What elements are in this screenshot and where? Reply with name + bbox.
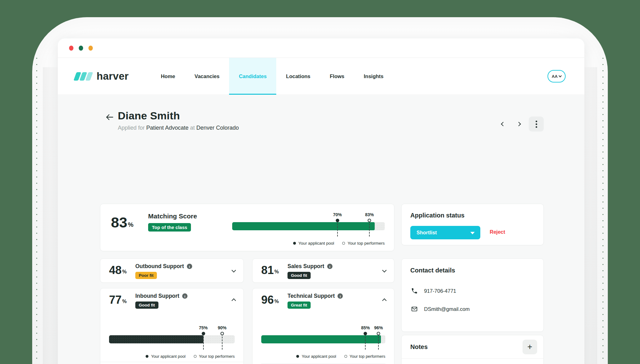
hide-breakdown-button[interactable]: Hide breakdown bbox=[100, 362, 243, 364]
score-track bbox=[109, 335, 235, 343]
notes-header: Notes + bbox=[402, 335, 543, 359]
vacancy-name: Patient Advocate bbox=[146, 125, 188, 131]
application-status-card: Application status Shortlist Reject bbox=[401, 204, 544, 245]
browser-window: harver Home Vacancies Candidates Locatio… bbox=[58, 38, 584, 364]
chevron-down-icon bbox=[559, 74, 562, 77]
chevron-down-icon bbox=[382, 268, 387, 272]
matching-score-badge: Top of the class bbox=[148, 223, 191, 232]
info-icon[interactable]: i bbox=[187, 264, 192, 269]
bar-legend: Your applicant pool Your top performers bbox=[146, 354, 235, 359]
technical-collapse-button[interactable] bbox=[383, 298, 386, 303]
marker-label: 90% bbox=[218, 325, 227, 330]
top-navbar: harver Home Vacancies Candidates Locatio… bbox=[58, 58, 584, 95]
nav-tab-insights[interactable]: Insights bbox=[354, 58, 393, 95]
chevron-up-icon bbox=[382, 298, 387, 303]
status-selected-value: Shortlist bbox=[417, 230, 437, 235]
previous-candidate-button[interactable] bbox=[498, 118, 509, 130]
open-dot-icon bbox=[344, 355, 347, 358]
info-icon[interactable]: i bbox=[338, 293, 343, 299]
matching-score-value: 83 % bbox=[111, 216, 133, 229]
chevron-right-icon bbox=[517, 122, 521, 126]
score-number: 77 bbox=[109, 295, 122, 305]
inbound-title: Inbound Support bbox=[135, 293, 179, 299]
nav-tab-flows[interactable]: Flows bbox=[320, 58, 354, 95]
matching-score-bar: 70% 83% Your applicant pool Your top per… bbox=[232, 212, 385, 247]
marker-line bbox=[369, 221, 370, 237]
open-dot-icon bbox=[194, 355, 197, 358]
marker-line bbox=[337, 221, 338, 237]
filled-dot-icon bbox=[293, 242, 296, 245]
add-note-button[interactable]: + bbox=[522, 340, 537, 354]
sales-expand-button[interactable] bbox=[383, 268, 386, 273]
inbound-score: 77 % bbox=[109, 295, 127, 305]
traffic-light-red[interactable] bbox=[69, 46, 73, 51]
score-track bbox=[261, 335, 385, 343]
percent-sign: % bbox=[274, 299, 279, 304]
nav-tab-locations[interactable]: Locations bbox=[276, 58, 320, 95]
open-dot-icon bbox=[342, 242, 345, 245]
more-options-button[interactable] bbox=[529, 117, 544, 132]
outbound-support-card: 48 % Outbound Support i Poor fit bbox=[100, 258, 244, 283]
bar-legend: Your applicant pool Your top performers bbox=[296, 354, 385, 359]
nav-tab-home[interactable]: Home bbox=[151, 58, 185, 95]
filled-dot-icon bbox=[336, 219, 339, 222]
kebab-icon bbox=[536, 121, 537, 122]
sales-score: 81 % bbox=[261, 265, 279, 275]
nav-tabs: Home Vacancies Candidates Locations Flow… bbox=[151, 58, 393, 95]
email-address: DSmith@gmail.com bbox=[424, 306, 470, 312]
sales-support-card: 81 % Sales Support i Good fit bbox=[252, 258, 394, 283]
marker-label: 70% bbox=[333, 212, 342, 217]
info-icon[interactable]: i bbox=[327, 264, 332, 269]
technical-fit-badge: Great fit bbox=[288, 302, 311, 309]
back-button[interactable] bbox=[105, 113, 114, 121]
vacancy-location: Denver Colorado bbox=[196, 125, 239, 131]
marker-line bbox=[365, 334, 366, 350]
open-dot-icon bbox=[220, 332, 224, 335]
page-header: Diane Smith Applied for Patient Advocate… bbox=[105, 110, 544, 131]
user-avatar-menu[interactable]: AA bbox=[548, 70, 566, 82]
header-controls bbox=[498, 117, 544, 132]
divider bbox=[261, 363, 385, 364]
next-candidate-button[interactable] bbox=[513, 118, 524, 130]
score-number: 48 bbox=[109, 265, 122, 275]
score-fill bbox=[109, 335, 203, 343]
dropdown-arrow-icon bbox=[470, 232, 475, 234]
legend-top-label: Your top performers bbox=[199, 354, 235, 359]
marker-line bbox=[378, 334, 379, 350]
marker-label: 83% bbox=[365, 212, 374, 217]
traffic-light-yellow[interactable] bbox=[88, 46, 93, 51]
legend-pool-label: Your applicant pool bbox=[302, 354, 336, 359]
sales-fit-badge: Good fit bbox=[288, 272, 311, 279]
status-dropdown[interactable]: Shortlist bbox=[410, 226, 480, 239]
harver-logo[interactable]: harver bbox=[75, 58, 129, 95]
phone-icon bbox=[411, 287, 418, 294]
contact-details-card: Contact details 917-706-4771 DSmith@gmai… bbox=[401, 258, 544, 332]
nav-tab-candidates[interactable]: Candidates bbox=[229, 58, 276, 95]
mail-icon bbox=[411, 306, 418, 312]
reject-button[interactable]: Reject bbox=[490, 229, 505, 235]
outbound-fit-badge: Poor fit bbox=[135, 272, 157, 279]
percent-sign: % bbox=[122, 299, 127, 304]
outbound-score: 48 % bbox=[109, 265, 127, 275]
marker-label: 96% bbox=[374, 325, 383, 330]
technical-bar: 85% 96% Your applicant pool Your top per… bbox=[261, 325, 385, 359]
notes-card: Notes + bbox=[401, 335, 544, 364]
chevron-up-icon bbox=[232, 298, 236, 303]
inbound-collapse-button[interactable] bbox=[232, 298, 235, 303]
traffic-light-green[interactable] bbox=[79, 46, 83, 51]
harver-logo-text: harver bbox=[97, 70, 129, 82]
notes-title: Notes bbox=[410, 343, 428, 351]
nav-tab-vacancies[interactable]: Vacancies bbox=[185, 58, 229, 95]
outbound-expand-button[interactable] bbox=[232, 268, 235, 273]
device-mockup: harver Home Vacancies Candidates Locatio… bbox=[32, 17, 608, 364]
applied-prefix: Applied for bbox=[118, 125, 145, 131]
avatar-initials: AA bbox=[552, 74, 558, 79]
inbound-bar: 75% 90% Your applicant pool Your top per… bbox=[109, 325, 235, 359]
score-track bbox=[232, 222, 385, 230]
info-icon[interactable]: i bbox=[182, 293, 188, 299]
outbound-title: Outbound Support bbox=[135, 263, 184, 270]
contact-details-title: Contact details bbox=[410, 267, 455, 274]
technical-score: 96 % bbox=[261, 295, 279, 305]
candidate-subtitle: Applied for Patient Advocate at Denver C… bbox=[118, 125, 544, 131]
filled-dot-icon bbox=[296, 355, 299, 358]
